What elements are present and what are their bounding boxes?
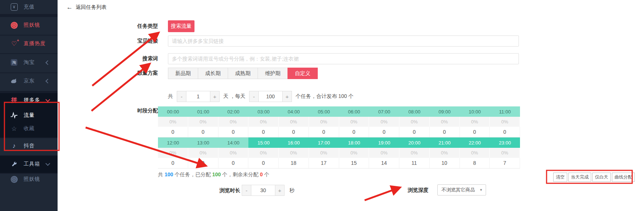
back-link[interactable]: ← 返回任务列表 bbox=[66, 4, 107, 11]
toolbox-wrench-icon bbox=[10, 161, 18, 167]
curve-allocate-button[interactable]: 曲线分配 bbox=[612, 173, 635, 182]
hour-cell[interactable]: 12:00 bbox=[158, 137, 188, 148]
value-cell[interactable]: 18 bbox=[279, 158, 309, 168]
duration-minus-button[interactable]: - bbox=[242, 185, 251, 196]
sidebar-item-pinduoduo[interactable]: 拼 拼多多 bbox=[0, 92, 58, 108]
percent-cell: 0% bbox=[218, 117, 249, 127]
per-day-stepper: - + bbox=[249, 91, 292, 102]
hour-cell[interactable]: 17:00 bbox=[309, 137, 339, 148]
hour-cell[interactable]: 08:00 bbox=[399, 106, 430, 117]
value-cell[interactable]: 8 bbox=[460, 158, 490, 168]
hour-cell[interactable]: 06:00 bbox=[339, 106, 369, 117]
hour-cell[interactable]: 01:00 bbox=[188, 106, 218, 117]
sidebar-item-favorites[interactable]: ☆ 收藏 bbox=[0, 120, 58, 137]
value-cell[interactable]: 0 bbox=[430, 127, 460, 137]
finish-today-button[interactable]: 当天完成 bbox=[568, 173, 591, 182]
value-cell[interactable]: 14 bbox=[369, 158, 399, 168]
chevron-left-icon bbox=[45, 79, 50, 84]
percent-cell: 0% bbox=[339, 117, 369, 127]
per-day-input[interactable] bbox=[259, 91, 282, 102]
sidebar-item-demon-mirror[interactable]: ☹ 照妖镜 bbox=[0, 17, 58, 33]
value-cell[interactable]: 0 bbox=[158, 127, 188, 137]
sidebar-item-douyin[interactable]: ♪ 抖音 bbox=[0, 138, 58, 154]
quantity-prefix: 共 bbox=[168, 93, 173, 100]
hour-cell[interactable]: 05:00 bbox=[309, 106, 339, 117]
per-day-minus-button[interactable]: - bbox=[249, 91, 259, 102]
duration-plus-button[interactable]: + bbox=[275, 185, 285, 196]
hour-cell[interactable]: 11:00 bbox=[490, 106, 520, 117]
hour-cell[interactable]: 20:00 bbox=[399, 137, 430, 148]
value-cell[interactable]: 0 bbox=[188, 158, 218, 168]
duration-input[interactable] bbox=[251, 185, 275, 196]
hour-cell[interactable]: 10:00 bbox=[460, 106, 490, 117]
hour-cell[interactable]: 04:00 bbox=[279, 106, 309, 117]
task-type-label: 任务类型 bbox=[114, 23, 158, 30]
pinduoduo-icon: 拼 bbox=[11, 96, 17, 104]
hour-cell[interactable]: 02:00 bbox=[218, 106, 249, 117]
percent-cell: 0% bbox=[369, 148, 399, 158]
hour-cell[interactable]: 09:00 bbox=[430, 106, 460, 117]
clear-button[interactable]: 清空 bbox=[553, 173, 567, 182]
sidebar-item-live-heat[interactable]: ♡+ 直播热度 bbox=[0, 35, 58, 52]
search-words-label: 搜索词 bbox=[114, 55, 158, 62]
value-cell[interactable]: 0 bbox=[218, 127, 249, 137]
value-cell[interactable]: 0 bbox=[158, 158, 188, 168]
plan-option-mature[interactable]: 成熟期 bbox=[228, 68, 258, 79]
value-cell[interactable]: 0 bbox=[248, 127, 279, 137]
search-words-input[interactable] bbox=[168, 53, 519, 64]
task-type-value-button[interactable]: 搜索流量 bbox=[168, 20, 194, 32]
plan-option-custom[interactable]: 自定义 bbox=[287, 68, 318, 79]
hour-cell[interactable]: 23:00 bbox=[490, 137, 520, 148]
value-cell[interactable]: 0 bbox=[369, 127, 399, 137]
sidebar-item-toolbox[interactable]: 工具箱 bbox=[0, 156, 58, 172]
live-heat-icon: ♡+ bbox=[11, 40, 17, 48]
hour-cell[interactable]: 14:00 bbox=[218, 137, 249, 148]
percent-cell: 0% bbox=[248, 117, 279, 127]
plan-option-new[interactable]: 新品期 bbox=[168, 68, 198, 79]
value-cell[interactable]: 10 bbox=[430, 158, 460, 168]
value-cell[interactable]: 0 bbox=[309, 127, 339, 137]
value-cell[interactable]: 17 bbox=[309, 158, 339, 168]
hour-cell[interactable]: 13:00 bbox=[188, 137, 218, 148]
days-plus-button[interactable]: + bbox=[210, 91, 220, 102]
jd-dog-icon bbox=[10, 78, 18, 84]
hour-cell[interactable]: 00:00 bbox=[158, 106, 188, 117]
hour-cell[interactable]: 07:00 bbox=[369, 106, 399, 117]
recharge-icon: ¥ bbox=[11, 3, 18, 11]
value-cell[interactable]: 11 bbox=[399, 158, 430, 168]
value-cell[interactable]: 0 bbox=[248, 158, 279, 168]
sidebar-item-demon-mirror-2[interactable]: ☹ 照妖镜 bbox=[0, 171, 58, 187]
sidebar-item-recharge[interactable]: ¥ 充值 bbox=[0, 0, 58, 14]
hour-cell[interactable]: 16:00 bbox=[279, 137, 309, 148]
hour-cell[interactable]: 18:00 bbox=[339, 137, 369, 148]
days-input[interactable] bbox=[186, 91, 210, 102]
value-cell[interactable]: 0 bbox=[188, 127, 218, 137]
value-cell[interactable]: 0 bbox=[490, 127, 520, 137]
sidebar-item-jd[interactable]: 京东 bbox=[0, 73, 58, 89]
value-cell[interactable]: 0 bbox=[218, 158, 249, 168]
daytime-only-button[interactable]: 仅白天 bbox=[592, 173, 611, 182]
value-cell[interactable]: 0 bbox=[279, 127, 309, 137]
hour-cell[interactable]: 19:00 bbox=[369, 137, 399, 148]
value-cell[interactable]: 0 bbox=[460, 127, 490, 137]
item-link-input[interactable] bbox=[168, 35, 519, 47]
percent-cell: 0% bbox=[279, 148, 309, 158]
hour-cell[interactable]: 22:00 bbox=[460, 137, 490, 148]
days-minus-button[interactable]: - bbox=[177, 91, 186, 102]
value-cell[interactable]: 0 bbox=[339, 127, 369, 137]
sidebar-item-taobao[interactable]: 淘 淘宝 bbox=[0, 54, 58, 71]
plan-option-maintain[interactable]: 维护期 bbox=[258, 68, 288, 79]
value-cell[interactable]: 0 bbox=[399, 127, 430, 137]
hour-cell[interactable]: 03:00 bbox=[248, 106, 279, 117]
hour-cell[interactable]: 15:00 bbox=[248, 137, 279, 148]
taobao-icon: 淘 bbox=[11, 59, 17, 66]
browse-depth-select[interactable]: 不浏览其它商品 ▼ bbox=[437, 184, 486, 195]
value-cell[interactable]: 7 bbox=[490, 158, 520, 168]
annotation-overlay bbox=[0, 0, 644, 211]
browse-depth-value: 不浏览其它商品 bbox=[441, 187, 475, 193]
hour-cell[interactable]: 21:00 bbox=[430, 137, 460, 148]
value-cell[interactable]: 15 bbox=[339, 158, 369, 168]
allocation-summary: 共 100 个任务，已分配 100 个，剩余未分配 0 个 bbox=[158, 171, 269, 178]
plan-option-growth[interactable]: 成长期 bbox=[198, 68, 228, 79]
per-day-plus-button[interactable]: + bbox=[282, 91, 292, 102]
